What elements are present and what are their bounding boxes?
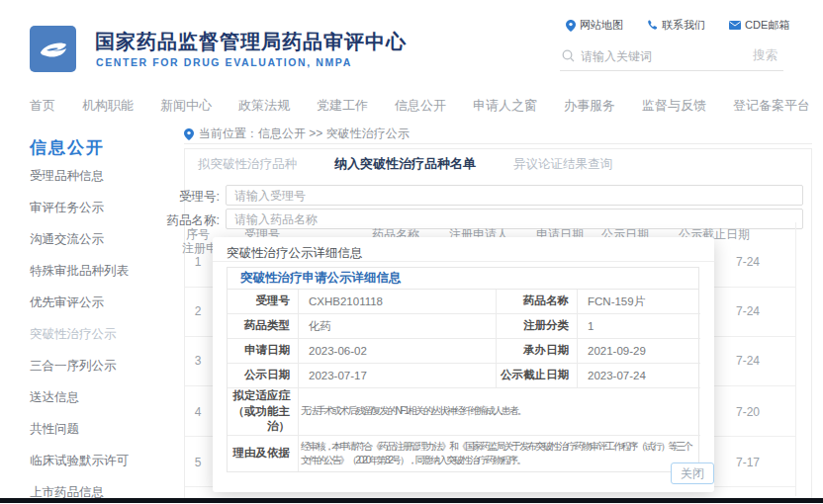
sidebar-item-5[interactable]: 优先审评公示 (30, 294, 129, 311)
nav-item-services[interactable]: 办事服务 (564, 97, 615, 115)
tab-included-breakthrough-list[interactable]: 纳入突破性治疗品种名单 (334, 155, 476, 173)
location-pin-icon (184, 128, 194, 140)
location-pin-icon (566, 20, 576, 32)
search-icon (562, 49, 575, 62)
nav-item-functions[interactable]: 机构职能 (82, 97, 134, 115)
sidebar-item-10[interactable]: 临床试验默示许可 (30, 453, 129, 469)
tab-proposed-breakthrough[interactable]: 拟突破性治疗品种 (198, 156, 297, 173)
detail-panel: 突破性治疗申请公示详细信息 受理号 CXHB2101118 药品名称 FCN-1… (227, 267, 699, 472)
field-label: 药品名称 (497, 290, 578, 314)
sitemap-link[interactable]: 网站地图 (566, 18, 623, 33)
tab-objection-results[interactable]: 异议论证结果查询 (513, 156, 612, 173)
nav-item-supervision[interactable]: 监督与反馈 (642, 97, 706, 115)
header-utilities: 网站地图 联系我们 CDE邮箱 (566, 18, 789, 33)
breakthrough-detail-modal: 突破性治疗公示详细信息 突破性治疗申请公示详细信息 受理号 CXHB210111… (213, 237, 714, 492)
field-label: 公示截止日期 (497, 364, 578, 388)
nav-item-news[interactable]: 新闻中心 (160, 97, 212, 115)
nav-item-policy[interactable]: 政策法规 (238, 97, 290, 115)
table-row-cutoff-date: 7-17 (736, 456, 760, 469)
cde-logo[interactable] (30, 26, 76, 72)
sidebar-item-4[interactable]: 特殊审批品种列表 (30, 263, 129, 280)
modal-title-divider (213, 261, 714, 262)
nav-item-party[interactable]: 党建工作 (317, 97, 368, 115)
site-subtitle: CENTER FOR DRUG EVALUATION, NMPA (96, 56, 352, 68)
sidebar-title: 信息公开 (30, 136, 105, 159)
search-input[interactable] (581, 49, 747, 63)
detail-table: 受理号 CXHB2101118 药品名称 FCN-159片 药品类型 化药 注册… (228, 290, 698, 471)
search-button[interactable]: 搜索 (753, 47, 781, 64)
table-row-cutoff-date: 7-24 (736, 255, 760, 269)
phone-icon (647, 20, 658, 31)
table-row-index: 2 (195, 304, 202, 318)
table-row-cutoff-date: 7-24 (736, 304, 760, 318)
field-label: 承办日期 (497, 339, 578, 364)
field-value-undertake-date: 2021-09-29 (578, 339, 700, 364)
sidebar-item-7[interactable]: 三合一序列公示 (30, 358, 129, 375)
nav-item-info-disclosure[interactable]: 信息公开 (395, 97, 446, 115)
table-row-index: 4 (195, 405, 202, 419)
footer-bar (0, 498, 823, 503)
table-row-index: 1 (195, 255, 202, 269)
page: 国家药品监督管理局药品审评中心 CENTER FOR DRUG EVALUATI… (0, 0, 823, 504)
site-title: 国家药品监督管理局药品审评中心 (95, 29, 407, 55)
field-label-indication: 拟定适应症（或功能主治） (228, 388, 299, 436)
field-value-acceptance-no: CXHB2101118 (299, 290, 497, 314)
sidebar-item-1[interactable]: 受理品种信息 (30, 168, 129, 185)
field-label: 药品类型 (228, 314, 299, 339)
breadcrumb-text: 当前位置：信息公开 >> 突破性治疗公示 (199, 126, 410, 142)
tab-bar: 拟突破性治疗品种 纳入突破性治疗品种名单 异议论证结果查询 (198, 155, 612, 173)
contact-link[interactable]: 联系我们 (647, 18, 705, 33)
sidebar-item-3[interactable]: 沟通交流公示 (30, 231, 129, 248)
table-row-index: 3 (195, 354, 202, 368)
field-label: 申请日期 (228, 339, 299, 364)
field-value-registration-class: 1 (578, 314, 700, 339)
field-value-reason: 经审核，本申请符合《药品注册管理办法》和《国家药监局关于发布突破性治疗药物审评工… (299, 436, 700, 471)
sidebar-item-breakthrough-active[interactable]: 突破性治疗公示 (30, 326, 129, 343)
field-value-indication: 无法手术或术后残留/复发的NF1相关的丛状神经纤维瘤成人患者。 (299, 388, 700, 436)
field-value-drug-type: 化药 (299, 314, 497, 339)
field-label: 受理号 (228, 290, 299, 314)
field-label: 注册分类 (497, 314, 578, 339)
cde-mail-link[interactable]: CDE邮箱 (729, 18, 789, 33)
table-column-divider (795, 222, 796, 496)
field-value-apply-date: 2023-06-02 (299, 339, 497, 364)
field-label: 公示日期 (228, 364, 299, 388)
detail-section-title: 突破性治疗申请公示详细信息 (228, 268, 698, 290)
acceptance-no-label: 受理号: (179, 189, 220, 206)
nav-item-applicant-window[interactable]: 申请人之窗 (473, 97, 537, 115)
sidebar-menu: 受理品种信息 审评任务公示 沟通交流公示 特殊审批品种列表 优先审评公示 突破性… (30, 168, 129, 504)
mail-icon (729, 21, 741, 30)
main-nav: 首页 机构职能 新闻中心 政策法规 党建工作 信息公开 申请人之窗 办事服务 监… (0, 87, 823, 125)
sidebar-item-9[interactable]: 共性问题 (30, 421, 129, 438)
close-button[interactable]: 关闭 (671, 462, 714, 484)
table-row-cutoff-date: 7-24 (736, 354, 760, 368)
table-row-cutoff-date: 7-20 (736, 405, 760, 419)
modal-title: 突破性治疗公示详细信息 (227, 245, 363, 262)
field-value-drug-name: FCN-159片 (578, 290, 700, 314)
field-value-cutoff-date: 2023-07-24 (578, 364, 700, 388)
breadcrumb-divider (184, 143, 812, 144)
cde-swan-icon (36, 34, 71, 65)
nav-item-registration-platform[interactable]: 登记备案平台 (733, 97, 810, 115)
field-value-publicity-date: 2023-07-17 (299, 364, 497, 388)
table-row-index: 5 (195, 456, 202, 469)
breadcrumb: 当前位置：信息公开 >> 突破性治疗公示 (184, 126, 410, 142)
sidebar-item-2[interactable]: 审评任务公示 (30, 200, 129, 216)
field-label-reason: 理由及依据 (228, 436, 299, 471)
nav-item-home[interactable]: 首页 (30, 97, 55, 115)
sidebar-item-8[interactable]: 送达信息 (30, 389, 129, 406)
site-search: 搜索 (560, 45, 783, 71)
acceptance-no-input[interactable] (226, 185, 803, 206)
